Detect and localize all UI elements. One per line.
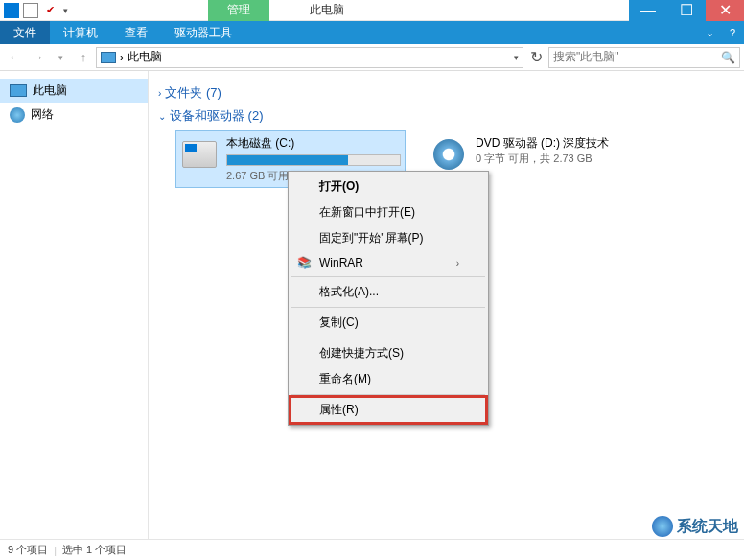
ribbon-collapse-icon[interactable]: ⌄ (698, 21, 721, 44)
section-label: 文件夹 (7) (165, 84, 221, 102)
qat-dropdown-icon[interactable]: ▾ (61, 6, 70, 15)
menu-separator (291, 338, 485, 338)
chevron-down-icon: ⌄ (158, 111, 166, 122)
path-text: 此电脑 (128, 49, 162, 65)
close-button[interactable]: ✕ (706, 0, 744, 21)
navigation-pane: 此电脑 网络 (0, 71, 149, 539)
drive-free-text: 0 字节 可用，共 2.73 GB (476, 152, 650, 166)
tab-manage[interactable]: 管理 (208, 0, 269, 21)
window-controls: — ☐ ✕ (629, 0, 744, 21)
menu-properties[interactable]: 属性(R) (291, 397, 486, 423)
sidebar-item-network[interactable]: 网络 (0, 103, 148, 127)
hdd-icon (182, 141, 217, 168)
status-selected-count: 选中 1 个项目 (62, 543, 127, 557)
drive-name: 本地磁盘 (C:) (226, 135, 401, 152)
help-icon[interactable]: ? (721, 21, 744, 44)
address-bar: ← → ▾ ↑ › 此电脑 ▾ ↻ 搜索"此电脑" 🔍 (0, 44, 744, 71)
menu-rename[interactable]: 重命名(M) (291, 366, 486, 392)
menu-open[interactable]: 打开(O) (291, 174, 486, 199)
up-button[interactable]: ↑ (73, 47, 94, 68)
menu-pin-start[interactable]: 固定到"开始"屏幕(P) (291, 225, 486, 251)
dvd-icon (433, 139, 464, 170)
section-folders[interactable]: › 文件夹 (7) (158, 84, 734, 102)
tab-file[interactable]: 文件 (0, 21, 50, 44)
status-item-count: 9 个项目 (8, 543, 48, 557)
menu-open-new-window[interactable]: 在新窗口中打开(E) (291, 199, 486, 225)
submenu-arrow-icon: › (456, 258, 459, 268)
quick-access-icons: ✔ ▾ (0, 3, 74, 18)
watermark: 系统天地 (652, 516, 738, 537)
tab-view[interactable]: 查看 (111, 21, 161, 44)
globe-icon (652, 516, 673, 537)
app-icon[interactable] (4, 3, 19, 18)
path-separator: › (120, 51, 124, 64)
network-icon (10, 107, 25, 123)
winrar-icon: 📚 (296, 255, 312, 270)
refresh-button[interactable]: ↻ (525, 48, 546, 66)
search-input[interactable]: 搜索"此电脑" 🔍 (548, 47, 740, 68)
sidebar-item-label: 网络 (31, 106, 54, 123)
drive-usage-bar (226, 154, 401, 166)
chevron-right-icon: › (158, 88, 161, 99)
section-devices[interactable]: ⌄ 设备和驱动器 (2) (158, 107, 734, 125)
ribbon-tabs: 文件 计算机 查看 驱动器工具 ⌄ ? (0, 21, 744, 44)
menu-copy[interactable]: 复制(C) (291, 310, 486, 336)
section-label: 设备和驱动器 (2) (170, 107, 264, 125)
context-menu: 打开(O) 在新窗口中打开(E) 固定到"开始"屏幕(P) 📚 WinRAR ›… (288, 171, 489, 426)
address-input[interactable]: › 此电脑 ▾ (96, 47, 523, 68)
menu-create-shortcut[interactable]: 创建快捷方式(S) (291, 340, 486, 366)
pc-icon (101, 52, 116, 63)
check-icon[interactable]: ✔ (42, 3, 58, 18)
search-icon: 🔍 (721, 51, 735, 64)
menu-separator (291, 307, 485, 308)
forward-button[interactable]: → (27, 47, 48, 68)
maximize-button[interactable]: ☐ (667, 0, 706, 21)
menu-separator (291, 394, 485, 395)
menu-winrar[interactable]: 📚 WinRAR › (291, 251, 486, 274)
save-icon[interactable] (23, 3, 38, 18)
tab-drive-tools[interactable]: 驱动器工具 (161, 21, 245, 44)
window-title: 此电脑 (298, 0, 356, 21)
address-dropdown-icon[interactable]: ▾ (514, 53, 519, 62)
back-button[interactable]: ← (4, 47, 25, 68)
tab-computer[interactable]: 计算机 (50, 21, 111, 44)
menu-separator (291, 276, 485, 277)
recent-dropdown[interactable]: ▾ (50, 47, 71, 68)
status-bar: 9 个项目 | 选中 1 个项目 (0, 539, 744, 560)
pc-icon (10, 84, 27, 97)
sidebar-item-label: 此电脑 (33, 82, 67, 99)
status-divider: | (54, 545, 57, 556)
search-placeholder: 搜索"此电脑" (553, 49, 619, 65)
minimize-button[interactable]: — (629, 0, 667, 21)
drive-name: DVD 驱动器 (D:) 深度技术 (476, 135, 650, 152)
title-bar: ✔ ▾ 管理 此电脑 — ☐ ✕ (0, 0, 744, 21)
sidebar-item-thispc[interactable]: 此电脑 (0, 79, 148, 103)
menu-format[interactable]: 格式化(A)... (291, 279, 486, 305)
